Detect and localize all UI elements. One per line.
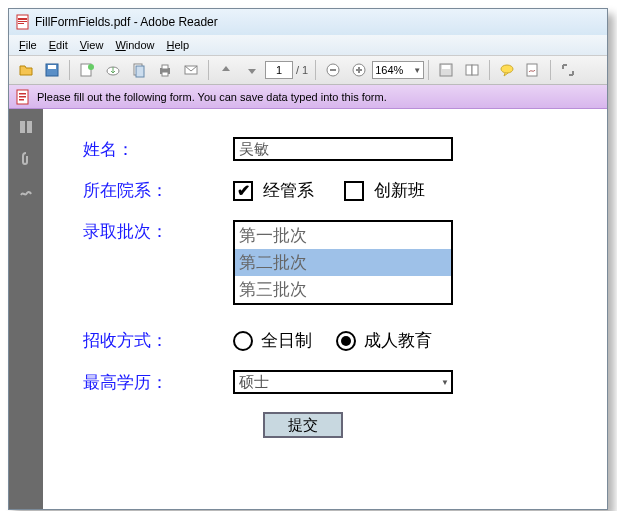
comment-icon[interactable]: [496, 59, 518, 81]
svg-rect-29: [19, 99, 24, 101]
mode-opt1-label: 全日制: [261, 329, 312, 352]
infobar-message: Please fill out the following form. You …: [37, 91, 387, 103]
separator: [550, 60, 551, 80]
separator: [208, 60, 209, 80]
batch-opt3[interactable]: 第三批次: [235, 276, 451, 303]
separator: [69, 60, 70, 80]
svg-rect-28: [19, 96, 26, 98]
svg-point-7: [88, 64, 94, 70]
dept-opt2-label: 创新班: [374, 179, 425, 202]
print-icon[interactable]: [154, 59, 176, 81]
sidebar: [9, 109, 43, 509]
svg-rect-22: [466, 65, 472, 75]
open-icon[interactable]: [15, 59, 37, 81]
fullscreen-icon[interactable]: [557, 59, 579, 81]
mode-radio-2[interactable]: [336, 331, 356, 351]
mode-opt2-label: 成人教育: [364, 329, 432, 352]
toolbar: / 1 164%▼: [9, 55, 607, 85]
svg-rect-19: [358, 67, 360, 73]
sign-icon[interactable]: [522, 59, 544, 81]
svg-rect-30: [20, 121, 25, 133]
mode-label: 招收方式：: [83, 329, 233, 352]
email-icon[interactable]: [180, 59, 202, 81]
name-field[interactable]: [233, 137, 453, 161]
svg-rect-25: [527, 64, 537, 76]
edu-label: 最高学历：: [83, 371, 233, 394]
svg-rect-13: [162, 72, 168, 76]
zoom-out-icon[interactable]: [322, 59, 344, 81]
thumbnails-icon[interactable]: [16, 117, 36, 137]
menu-window[interactable]: Window: [109, 37, 160, 53]
pdf-icon: [15, 14, 31, 30]
batch-listbox[interactable]: 第一批次 第二批次 第三批次: [233, 220, 453, 305]
chevron-down-icon: ▼: [441, 378, 449, 387]
svg-rect-31: [27, 121, 32, 133]
batch-opt2[interactable]: 第二批次: [235, 249, 451, 276]
zoom-level-select[interactable]: 164%▼: [372, 61, 424, 79]
book-icon[interactable]: [461, 59, 483, 81]
svg-rect-1: [18, 18, 27, 20]
document-page: 姓名： 所在院系： ✔ 经管系 创新班 录取批次： 第一批次 第二批次: [43, 109, 607, 509]
page-down-icon[interactable]: [241, 59, 263, 81]
titlebar: FillFormFields.pdf - Adobe Reader: [9, 9, 607, 35]
menu-file[interactable]: File: [13, 37, 43, 53]
menu-help[interactable]: Help: [161, 37, 196, 53]
dept-checkbox-2[interactable]: [344, 181, 364, 201]
menu-edit[interactable]: Edit: [43, 37, 74, 53]
svg-point-24: [501, 65, 513, 73]
save-icon[interactable]: [41, 59, 63, 81]
menu-view[interactable]: View: [74, 37, 110, 53]
cloud-icon[interactable]: [102, 59, 124, 81]
svg-rect-27: [19, 93, 26, 95]
svg-rect-2: [18, 21, 27, 22]
attachments-icon[interactable]: [16, 149, 36, 169]
dept-opt1-label: 经管系: [263, 179, 314, 202]
svg-rect-16: [330, 69, 336, 71]
name-label: 姓名：: [83, 138, 233, 161]
svg-rect-23: [472, 65, 478, 75]
menubar: File Edit View Window Help: [9, 35, 607, 55]
zoom-in-icon[interactable]: [348, 59, 370, 81]
submit-button[interactable]: 提交: [263, 412, 343, 438]
infobar: Please fill out the following form. You …: [9, 85, 607, 109]
page-number-input[interactable]: [265, 61, 293, 79]
window-title: FillFormFields.pdf - Adobe Reader: [35, 15, 218, 29]
svg-rect-21: [442, 65, 450, 69]
pages-icon[interactable]: [128, 59, 150, 81]
page-up-icon[interactable]: [215, 59, 237, 81]
svg-rect-12: [162, 65, 168, 69]
mode-radio-1[interactable]: [233, 331, 253, 351]
save-copy-icon[interactable]: [435, 59, 457, 81]
svg-rect-10: [136, 66, 144, 77]
dept-checkbox-1[interactable]: ✔: [233, 181, 253, 201]
page-total: / 1: [296, 64, 308, 76]
note-icon[interactable]: [76, 59, 98, 81]
dept-label: 所在院系：: [83, 179, 233, 202]
svg-rect-5: [48, 65, 56, 69]
signatures-icon[interactable]: [16, 181, 36, 201]
edu-select[interactable]: 硕士▼: [233, 370, 453, 394]
svg-rect-3: [18, 23, 24, 24]
separator: [428, 60, 429, 80]
batch-label: 录取批次：: [83, 220, 233, 243]
separator: [489, 60, 490, 80]
separator: [315, 60, 316, 80]
form-info-icon: [15, 89, 31, 105]
batch-opt1[interactable]: 第一批次: [235, 222, 451, 249]
